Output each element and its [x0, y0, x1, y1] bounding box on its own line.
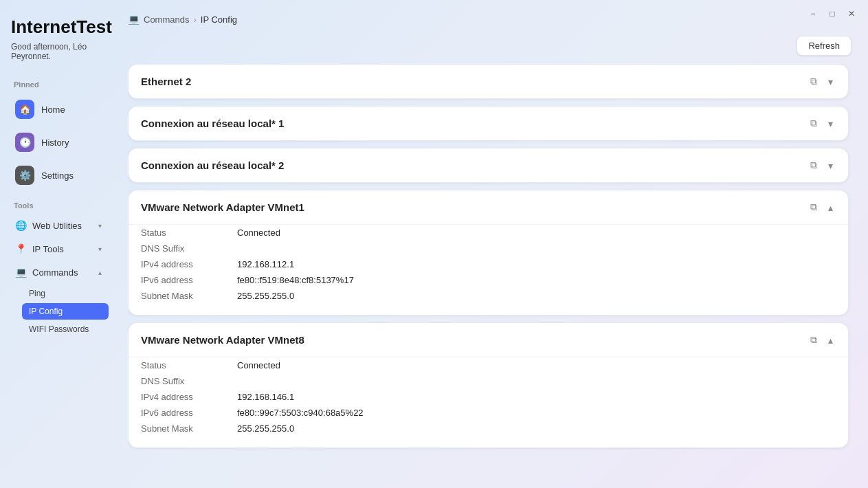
expand-button-connexion1[interactable]: ▾	[825, 117, 836, 131]
app-container: InternetTest Good afternoon, Léo Peyronn…	[0, 0, 868, 488]
detail-key: IPv4 address	[141, 389, 237, 405]
toolbar: Refresh	[128, 36, 852, 56]
settings-label: Settings	[41, 170, 74, 181]
detail-value	[237, 241, 836, 256]
adapter-header-vmnet1[interactable]: VMware Network Adapter VMnet1 ⧉ ▴	[129, 190, 848, 224]
breadcrumb: 💻 Commands › IP Config	[128, 11, 852, 27]
titlebar: − □ ✕	[797, 0, 868, 27]
copy-button-vmnet1[interactable]: ⧉	[808, 200, 820, 214]
close-button[interactable]: ✕	[846, 8, 857, 19]
copy-button-connexion1[interactable]: ⧉	[808, 116, 820, 131]
detail-key: Subnet Mask	[141, 288, 237, 304]
table-row: Status Connected	[141, 225, 836, 241]
ip-tools-label: IP Tools	[32, 244, 64, 254]
copy-button-vmnet8[interactable]: ⧉	[808, 333, 820, 347]
copy-button-ethernet2[interactable]: ⧉	[808, 74, 820, 89]
main-content: 💻 Commands › IP Config Refresh Ethernet …	[117, 0, 868, 488]
sub-item-ipconfig[interactable]: IP Config	[22, 303, 109, 320]
settings-icon: ⚙️	[15, 166, 34, 185]
table-row: IPv4 address 192.168.146.1	[141, 389, 836, 405]
refresh-button[interactable]: Refresh	[797, 36, 852, 56]
detail-value: 192.168.112.1	[237, 256, 836, 272]
adapter-body-vmnet8: Status Connected DNS Suffix IPv4 address…	[129, 357, 848, 447]
web-utilities-icon: 🌐	[15, 220, 27, 231]
card-header-actions-vmnet8: ⧉ ▴	[808, 333, 836, 347]
adapter-header-connexion1[interactable]: Connexion au réseau local* 1 ⧉ ▾	[129, 107, 848, 140]
adapter-body-vmnet1: Status Connected DNS Suffix IPv4 address…	[129, 224, 848, 315]
detail-key: Status	[141, 225, 237, 241]
detail-value: fe80::99c7:5503:c940:68a5%22	[237, 405, 836, 421]
history-label: History	[41, 137, 69, 148]
adapter-details-vmnet1: Status Connected DNS Suffix IPv4 address…	[141, 225, 836, 304]
detail-value: Connected	[237, 225, 836, 241]
commands-label: Commands	[32, 267, 78, 278]
sub-item-ping[interactable]: Ping	[22, 285, 109, 302]
chevron-down-icon: ▾	[98, 222, 102, 230]
home-label: Home	[41, 104, 65, 115]
detail-key: IPv6 address	[141, 272, 237, 288]
detail-key: DNS Suffix	[141, 373, 237, 389]
sidebar-item-web-utilities[interactable]: 🌐 Web Utilities ▾	[8, 215, 109, 236]
collapse-button-vmnet8[interactable]: ▴	[825, 333, 836, 347]
commands-icon: 💻	[15, 267, 27, 278]
collapse-button-vmnet1[interactable]: ▴	[825, 201, 836, 214]
tools-label: Tools	[8, 196, 109, 212]
table-row: Subnet Mask 255.255.255.0	[141, 288, 836, 304]
card-header-actions-connexion1: ⧉ ▾	[808, 116, 836, 131]
adapter-header-ethernet2[interactable]: Ethernet 2 ⧉ ▾	[129, 65, 848, 98]
sidebar-item-home[interactable]: 🏠 Home	[8, 94, 109, 124]
detail-value: fe80::f519:8e48:cf8:5137%17	[237, 272, 836, 288]
maximize-button[interactable]: □	[827, 8, 838, 19]
sub-item-wifi-passwords[interactable]: WIFI Passwords	[22, 321, 109, 337]
adapter-name-ethernet2: Ethernet 2	[141, 76, 191, 87]
breadcrumb-icon: 💻	[128, 14, 140, 25]
adapter-card-connexion1: Connexion au réseau local* 1 ⧉ ▾	[128, 106, 849, 141]
table-row: Status Connected	[141, 357, 836, 373]
detail-key: DNS Suffix	[141, 241, 237, 256]
card-header-actions-connexion2: ⧉ ▾	[808, 158, 836, 173]
adapter-name-connexion1: Connexion au réseau local* 1	[141, 118, 284, 129]
detail-key: IPv6 address	[141, 405, 237, 421]
expand-button-ethernet2[interactable]: ▾	[825, 75, 836, 89]
detail-value	[237, 373, 836, 389]
adapter-name-vmnet8: VMware Network Adapter VMnet8	[141, 334, 304, 346]
pinned-label: Pinned	[8, 78, 109, 91]
web-utilities-label: Web Utilities	[32, 221, 82, 231]
sidebar-item-ip-tools[interactable]: 📍 IP Tools ▾	[8, 239, 109, 259]
detail-value: 192.168.146.1	[237, 389, 836, 405]
expand-button-connexion2[interactable]: ▾	[825, 159, 836, 173]
adapter-header-vmnet8[interactable]: VMware Network Adapter VMnet8 ⧉ ▴	[129, 323, 848, 357]
app-title: InternetTest	[8, 16, 109, 38]
sidebar-item-commands[interactable]: 💻 Commands ▴	[8, 262, 109, 282]
copy-button-connexion2[interactable]: ⧉	[808, 158, 820, 173]
adapters-list: Ethernet 2 ⧉ ▾ Connexion au réseau local…	[128, 64, 852, 477]
adapter-card-ethernet2: Ethernet 2 ⧉ ▾	[128, 64, 849, 99]
minimize-button[interactable]: −	[808, 8, 819, 19]
sidebar-item-history[interactable]: 🕐 History	[8, 127, 109, 157]
adapter-details-vmnet8: Status Connected DNS Suffix IPv4 address…	[141, 357, 836, 436]
home-icon: 🏠	[15, 100, 34, 119]
adapter-card-vmnet1: VMware Network Adapter VMnet1 ⧉ ▴ Status…	[128, 190, 849, 315]
detail-key: Status	[141, 357, 237, 373]
breadcrumb-current: IP Config	[201, 14, 237, 25]
table-row: Subnet Mask 255.255.255.0	[141, 421, 836, 436]
table-row: IPv6 address fe80::f519:8e48:cf8:5137%17	[141, 272, 836, 288]
table-row: IPv4 address 192.168.112.1	[141, 256, 836, 272]
breadcrumb-parent: Commands	[144, 14, 189, 25]
chevron-down-icon: ▾	[98, 245, 102, 253]
adapter-name-connexion2: Connexion au réseau local* 2	[141, 159, 284, 171]
adapter-header-connexion2[interactable]: Connexion au réseau local* 2 ⧉ ▾	[129, 148, 848, 182]
sidebar-item-settings[interactable]: ⚙️ Settings	[8, 160, 109, 190]
detail-value: 255.255.255.0	[237, 421, 836, 436]
adapter-card-vmnet8: VMware Network Adapter VMnet8 ⧉ ▴ Status…	[128, 322, 849, 448]
commands-sub-items: Ping IP Config WIFI Passwords	[8, 285, 109, 337]
detail-value: 255.255.255.0	[237, 288, 836, 304]
adapter-card-connexion2: Connexion au réseau local* 2 ⧉ ▾	[128, 148, 849, 183]
table-row: IPv6 address fe80::99c7:5503:c940:68a5%2…	[141, 405, 836, 421]
detail-value: Connected	[237, 357, 836, 373]
sidebar: InternetTest Good afternoon, Léo Peyronn…	[0, 0, 117, 488]
card-header-actions-vmnet1: ⧉ ▴	[808, 200, 836, 214]
ip-tools-icon: 📍	[15, 243, 27, 254]
detail-key: IPv4 address	[141, 256, 237, 272]
table-row: DNS Suffix	[141, 241, 836, 256]
